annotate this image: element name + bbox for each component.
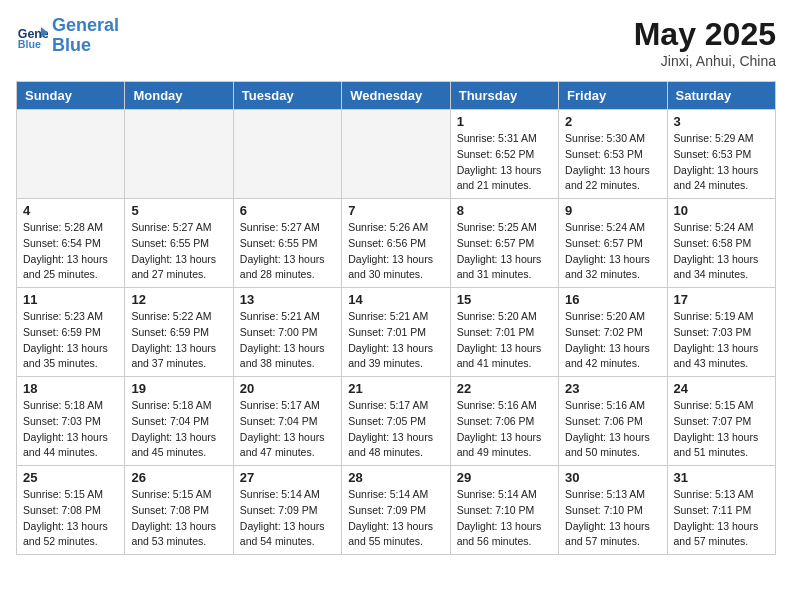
day-number: 29 xyxy=(457,470,552,485)
calendar-cell: 14Sunrise: 5:21 AMSunset: 7:01 PMDayligh… xyxy=(342,288,450,377)
day-info: Sunrise: 5:15 AMSunset: 7:08 PMDaylight:… xyxy=(131,487,226,550)
day-number: 26 xyxy=(131,470,226,485)
calendar-cell xyxy=(17,110,125,199)
calendar-cell: 15Sunrise: 5:20 AMSunset: 7:01 PMDayligh… xyxy=(450,288,558,377)
week-row-4: 18Sunrise: 5:18 AMSunset: 7:03 PMDayligh… xyxy=(17,377,776,466)
day-info: Sunrise: 5:15 AMSunset: 7:07 PMDaylight:… xyxy=(674,398,769,461)
calendar-cell: 13Sunrise: 5:21 AMSunset: 7:00 PMDayligh… xyxy=(233,288,341,377)
month-title: May 2025 xyxy=(634,16,776,53)
day-number: 28 xyxy=(348,470,443,485)
day-number: 18 xyxy=(23,381,118,396)
logo: General Blue General Blue xyxy=(16,16,119,56)
calendar-cell: 23Sunrise: 5:16 AMSunset: 7:06 PMDayligh… xyxy=(559,377,667,466)
day-number: 11 xyxy=(23,292,118,307)
logo-blue: Blue xyxy=(52,36,119,56)
day-info: Sunrise: 5:14 AMSunset: 7:09 PMDaylight:… xyxy=(240,487,335,550)
weekday-header-friday: Friday xyxy=(559,82,667,110)
calendar-cell: 9Sunrise: 5:24 AMSunset: 6:57 PMDaylight… xyxy=(559,199,667,288)
day-info: Sunrise: 5:14 AMSunset: 7:10 PMDaylight:… xyxy=(457,487,552,550)
calendar-cell: 30Sunrise: 5:13 AMSunset: 7:10 PMDayligh… xyxy=(559,466,667,555)
calendar-cell xyxy=(342,110,450,199)
day-info: Sunrise: 5:20 AMSunset: 7:02 PMDaylight:… xyxy=(565,309,660,372)
calendar-cell: 7Sunrise: 5:26 AMSunset: 6:56 PMDaylight… xyxy=(342,199,450,288)
weekday-header-monday: Monday xyxy=(125,82,233,110)
svg-text:Blue: Blue xyxy=(18,38,41,50)
logo-general: General xyxy=(52,16,119,36)
day-number: 20 xyxy=(240,381,335,396)
logo-icon: General Blue xyxy=(16,20,48,52)
calendar-cell: 6Sunrise: 5:27 AMSunset: 6:55 PMDaylight… xyxy=(233,199,341,288)
day-info: Sunrise: 5:17 AMSunset: 7:05 PMDaylight:… xyxy=(348,398,443,461)
calendar-cell: 28Sunrise: 5:14 AMSunset: 7:09 PMDayligh… xyxy=(342,466,450,555)
day-number: 9 xyxy=(565,203,660,218)
calendar-cell: 22Sunrise: 5:16 AMSunset: 7:06 PMDayligh… xyxy=(450,377,558,466)
title-block: May 2025 Jinxi, Anhui, China xyxy=(634,16,776,69)
day-number: 16 xyxy=(565,292,660,307)
calendar-cell: 26Sunrise: 5:15 AMSunset: 7:08 PMDayligh… xyxy=(125,466,233,555)
day-info: Sunrise: 5:25 AMSunset: 6:57 PMDaylight:… xyxy=(457,220,552,283)
day-info: Sunrise: 5:29 AMSunset: 6:53 PMDaylight:… xyxy=(674,131,769,194)
day-number: 13 xyxy=(240,292,335,307)
day-info: Sunrise: 5:22 AMSunset: 6:59 PMDaylight:… xyxy=(131,309,226,372)
day-number: 25 xyxy=(23,470,118,485)
day-info: Sunrise: 5:16 AMSunset: 7:06 PMDaylight:… xyxy=(457,398,552,461)
calendar-table: SundayMondayTuesdayWednesdayThursdayFrid… xyxy=(16,81,776,555)
day-number: 27 xyxy=(240,470,335,485)
day-number: 12 xyxy=(131,292,226,307)
calendar-cell: 3Sunrise: 5:29 AMSunset: 6:53 PMDaylight… xyxy=(667,110,775,199)
day-info: Sunrise: 5:24 AMSunset: 6:58 PMDaylight:… xyxy=(674,220,769,283)
day-info: Sunrise: 5:24 AMSunset: 6:57 PMDaylight:… xyxy=(565,220,660,283)
location: Jinxi, Anhui, China xyxy=(634,53,776,69)
day-number: 5 xyxy=(131,203,226,218)
day-number: 30 xyxy=(565,470,660,485)
day-number: 17 xyxy=(674,292,769,307)
day-info: Sunrise: 5:19 AMSunset: 7:03 PMDaylight:… xyxy=(674,309,769,372)
calendar-cell: 24Sunrise: 5:15 AMSunset: 7:07 PMDayligh… xyxy=(667,377,775,466)
day-info: Sunrise: 5:21 AMSunset: 7:01 PMDaylight:… xyxy=(348,309,443,372)
weekday-header-sunday: Sunday xyxy=(17,82,125,110)
calendar-cell: 1Sunrise: 5:31 AMSunset: 6:52 PMDaylight… xyxy=(450,110,558,199)
day-info: Sunrise: 5:30 AMSunset: 6:53 PMDaylight:… xyxy=(565,131,660,194)
calendar-cell: 8Sunrise: 5:25 AMSunset: 6:57 PMDaylight… xyxy=(450,199,558,288)
day-info: Sunrise: 5:27 AMSunset: 6:55 PMDaylight:… xyxy=(131,220,226,283)
day-info: Sunrise: 5:14 AMSunset: 7:09 PMDaylight:… xyxy=(348,487,443,550)
calendar-cell: 29Sunrise: 5:14 AMSunset: 7:10 PMDayligh… xyxy=(450,466,558,555)
day-info: Sunrise: 5:23 AMSunset: 6:59 PMDaylight:… xyxy=(23,309,118,372)
calendar-cell: 5Sunrise: 5:27 AMSunset: 6:55 PMDaylight… xyxy=(125,199,233,288)
day-number: 15 xyxy=(457,292,552,307)
day-info: Sunrise: 5:18 AMSunset: 7:03 PMDaylight:… xyxy=(23,398,118,461)
day-info: Sunrise: 5:15 AMSunset: 7:08 PMDaylight:… xyxy=(23,487,118,550)
day-info: Sunrise: 5:17 AMSunset: 7:04 PMDaylight:… xyxy=(240,398,335,461)
week-row-1: 1Sunrise: 5:31 AMSunset: 6:52 PMDaylight… xyxy=(17,110,776,199)
weekday-header-tuesday: Tuesday xyxy=(233,82,341,110)
day-info: Sunrise: 5:13 AMSunset: 7:11 PMDaylight:… xyxy=(674,487,769,550)
week-row-3: 11Sunrise: 5:23 AMSunset: 6:59 PMDayligh… xyxy=(17,288,776,377)
weekday-header-wednesday: Wednesday xyxy=(342,82,450,110)
day-info: Sunrise: 5:16 AMSunset: 7:06 PMDaylight:… xyxy=(565,398,660,461)
calendar-cell: 27Sunrise: 5:14 AMSunset: 7:09 PMDayligh… xyxy=(233,466,341,555)
calendar-cell: 21Sunrise: 5:17 AMSunset: 7:05 PMDayligh… xyxy=(342,377,450,466)
day-info: Sunrise: 5:21 AMSunset: 7:00 PMDaylight:… xyxy=(240,309,335,372)
weekday-header-row: SundayMondayTuesdayWednesdayThursdayFrid… xyxy=(17,82,776,110)
calendar-cell: 4Sunrise: 5:28 AMSunset: 6:54 PMDaylight… xyxy=(17,199,125,288)
weekday-header-saturday: Saturday xyxy=(667,82,775,110)
calendar-cell: 20Sunrise: 5:17 AMSunset: 7:04 PMDayligh… xyxy=(233,377,341,466)
calendar-cell: 2Sunrise: 5:30 AMSunset: 6:53 PMDaylight… xyxy=(559,110,667,199)
day-number: 19 xyxy=(131,381,226,396)
week-row-2: 4Sunrise: 5:28 AMSunset: 6:54 PMDaylight… xyxy=(17,199,776,288)
day-info: Sunrise: 5:13 AMSunset: 7:10 PMDaylight:… xyxy=(565,487,660,550)
calendar-cell: 16Sunrise: 5:20 AMSunset: 7:02 PMDayligh… xyxy=(559,288,667,377)
calendar-cell: 17Sunrise: 5:19 AMSunset: 7:03 PMDayligh… xyxy=(667,288,775,377)
day-number: 6 xyxy=(240,203,335,218)
day-number: 24 xyxy=(674,381,769,396)
day-number: 7 xyxy=(348,203,443,218)
day-number: 22 xyxy=(457,381,552,396)
day-number: 2 xyxy=(565,114,660,129)
day-number: 14 xyxy=(348,292,443,307)
calendar-cell: 12Sunrise: 5:22 AMSunset: 6:59 PMDayligh… xyxy=(125,288,233,377)
day-info: Sunrise: 5:31 AMSunset: 6:52 PMDaylight:… xyxy=(457,131,552,194)
day-info: Sunrise: 5:26 AMSunset: 6:56 PMDaylight:… xyxy=(348,220,443,283)
page-header: General Blue General Blue May 2025 Jinxi… xyxy=(16,16,776,69)
day-number: 8 xyxy=(457,203,552,218)
day-info: Sunrise: 5:20 AMSunset: 7:01 PMDaylight:… xyxy=(457,309,552,372)
